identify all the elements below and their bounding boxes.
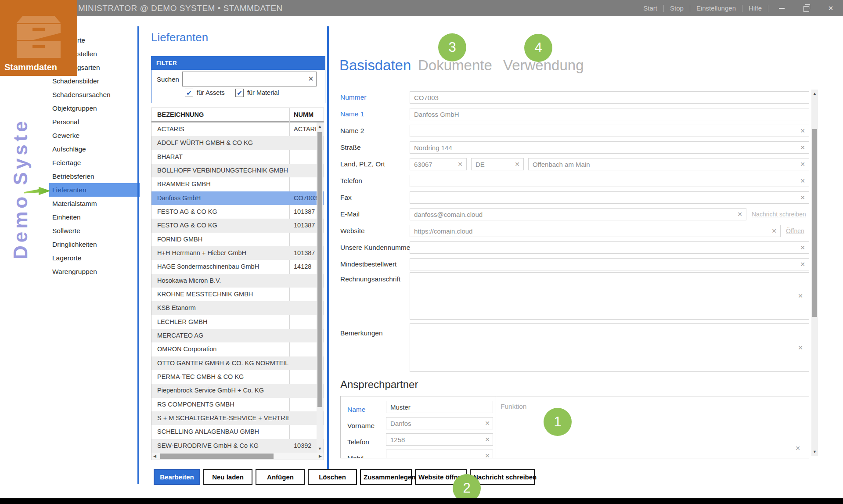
funktion-clear-icon[interactable]: ✕ [793, 442, 803, 454]
table-row[interactable]: KROHNE MESSTECHNIK GMBH [151, 288, 324, 301]
scroll-down-icon[interactable]: ▼ [811, 449, 818, 455]
stammdaten-overlay-tile[interactable]: Stammdaten [0, 0, 77, 76]
detail-vscroll-thumb[interactable] [812, 129, 817, 317]
table-row[interactable]: FESTO AG & CO KG101387 [151, 205, 324, 219]
table-row[interactable]: S + M SCHALTGERÄTE-SERVICE + VERTRIEBS [151, 411, 324, 425]
contact-input-telefon[interactable] [386, 433, 493, 446]
table-vscroll-thumb[interactable] [317, 132, 322, 407]
material-checkbox[interactable]: ✔ [235, 89, 244, 97]
minimize-button[interactable] [769, 0, 794, 16]
sidebar-item[interactable]: Betriebsferien [49, 169, 140, 183]
tab-basisdaten[interactable]: Basisdaten [339, 57, 411, 74]
menu-item-start[interactable]: Start [637, 4, 663, 12]
scroll-right-icon[interactable]: ▶ [317, 453, 324, 459]
contact-input-name[interactable] [386, 401, 493, 413]
search-clear-icon[interactable]: ✕ [306, 72, 316, 86]
rechnungsanschrift-field[interactable] [410, 272, 809, 320]
sidebar-item[interactable]: Schadensbilder [49, 74, 140, 88]
table-row[interactable]: OMRON Corporation [151, 342, 324, 356]
bemerkungen-clear-icon[interactable]: ✕ [796, 342, 805, 354]
contact-clear-icon-telefon[interactable]: ✕ [483, 433, 492, 446]
button-zusammenlegen[interactable]: Zusammenlegen [360, 469, 412, 485]
table-horizontal-scrollbar[interactable]: ◀ ▶ [151, 453, 324, 460]
field-clear-icon-land-plz-ort[interactable]: ✕ [455, 158, 465, 170]
table-vertical-scrollbar[interactable]: ▲ ▼ [317, 122, 323, 453]
field-clear-icon-email[interactable]: ✕ [735, 208, 745, 220]
field-input-mindestbestellwert[interactable] [410, 258, 809, 270]
field-clear-icon-land-plz-ort[interactable]: ✕ [512, 158, 522, 170]
contact-clear-icon-mobil[interactable]: ✕ [483, 450, 492, 458]
sidebar-item[interactable]: Warengruppen [49, 265, 140, 278]
field-clear-icon-strasse[interactable]: ✕ [798, 141, 807, 154]
field-input-nummer[interactable] [410, 91, 809, 104]
restore-button[interactable] [794, 0, 818, 16]
contact-clear-icon-vorname[interactable]: ✕ [483, 417, 492, 429]
button-anfuegen[interactable]: Anfügen [256, 469, 305, 485]
field-input-website[interactable] [410, 225, 781, 237]
table-row[interactable]: SCHELLING ANLAGENBAU GMBH [151, 425, 324, 439]
detail-vertical-scrollbar[interactable]: ▲ ▼ [811, 90, 818, 456]
sidebar-item[interactable]: Feiertage [49, 156, 140, 169]
field-clear-icon-fax[interactable]: ✕ [798, 191, 807, 204]
sidebar-item[interactable]: Schadensursachen [49, 88, 140, 101]
table-row[interactable]: BHARAT [151, 150, 324, 164]
table-row[interactable]: FESTO AG & CO KG101387 [151, 219, 324, 232]
field-input-name-1[interactable] [410, 108, 809, 120]
table-row[interactable]: Danfoss GmbHCO7003 [151, 191, 324, 205]
table-row[interactable]: RS COMPONENTS GMBH [151, 398, 324, 411]
column-header-numm[interactable]: NUMM [294, 108, 313, 121]
sidebar-item-lieferanten[interactable]: Lieferanten [49, 183, 140, 197]
table-row[interactable]: HAGE Sondermaschinenbau GmbH14128 [151, 260, 324, 274]
table-row[interactable]: ADOLF WÜRTH GMBH & CO KG [151, 136, 324, 150]
field-input-fax[interactable] [410, 191, 809, 204]
table-row[interactable]: MERCATEO AG [151, 329, 324, 342]
search-input[interactable] [182, 72, 317, 86]
contact-input-vorname[interactable] [386, 417, 493, 429]
menu-item-stop[interactable]: Stop [664, 4, 690, 12]
field-clear-icon-land-plz-ort[interactable]: ✕ [798, 158, 807, 170]
table-row[interactable]: Piepenbrock Service GmbH + Co. KG [151, 384, 324, 397]
table-row[interactable]: KSB Etanorm [151, 301, 324, 315]
table-row[interactable]: H+H Herrmann + Hieber GmbH101387 [151, 246, 324, 260]
field-clear-icon-telefon[interactable]: ✕ [798, 175, 807, 187]
table-row[interactable]: ACTARISACTARIS [151, 122, 324, 136]
column-header-bezeichnung[interactable]: BEZEICHNUNG [157, 108, 204, 121]
table-row[interactable]: BRAMMER GMBH [151, 177, 324, 191]
sidebar-item[interactable]: Materialstamm [49, 197, 140, 210]
table-hscroll-thumb[interactable] [160, 454, 274, 459]
sidebar-item[interactable]: Dringlichkeiten [49, 238, 140, 251]
sidebar-item[interactable]: Gewerke [49, 129, 140, 142]
close-button[interactable]: ✕ [818, 0, 843, 16]
field-link-email[interactable]: Nachricht schreiben [752, 208, 806, 220]
table-row[interactable]: BÖLLHOFF VERBINDUNGSTECHNIK GMBH [151, 164, 324, 177]
sidebar-item[interactable]: Personal [49, 115, 140, 129]
scroll-left-icon[interactable]: ◀ [151, 453, 158, 459]
field-clear-icon-name-2[interactable]: ✕ [798, 125, 807, 137]
table-row[interactable]: OTTO GANTER GMBH & CO. KG NORMTEILE [151, 356, 324, 370]
field-input-kundennummer[interactable] [410, 241, 809, 254]
bemerkungen-field[interactable] [410, 323, 809, 372]
contact-input-mobil[interactable] [386, 450, 493, 458]
sidebar-item[interactable]: Objektgruppen [49, 101, 140, 115]
field-link-website[interactable]: Öffnen [786, 225, 804, 237]
table-row[interactable]: SEW-EURODRIVE GmbH & Co KG10392 [151, 439, 324, 453]
table-row[interactable]: FORNID GMBH [151, 233, 324, 246]
menu-item-hilfe[interactable]: Hilfe [742, 4, 768, 12]
assets-checkbox[interactable]: ✔ [185, 89, 193, 97]
button-neu-laden[interactable]: Neu laden [203, 469, 252, 485]
field-input-strasse[interactable] [410, 141, 809, 154]
field-input-telefon[interactable] [410, 175, 809, 187]
rechnungsanschrift-clear-icon[interactable]: ✕ [796, 290, 805, 302]
sidebar-item[interactable]: Sollwerte [49, 224, 140, 238]
field-input-email[interactable] [410, 208, 746, 220]
field-clear-icon-mindestbestellwert[interactable]: ✕ [798, 258, 807, 270]
sidebar-item[interactable]: Einheiten [49, 210, 140, 224]
table-row[interactable]: LECHLER GMBH [151, 315, 324, 329]
button-loeschen[interactable]: Löschen [308, 469, 357, 485]
funktion-field[interactable] [496, 396, 808, 458]
field-clear-icon-website[interactable]: ✕ [769, 225, 779, 237]
scroll-up-icon[interactable]: ▲ [811, 90, 818, 97]
field-clear-icon-kundennummer[interactable]: ✕ [798, 241, 807, 254]
table-row[interactable]: Hosokawa Micron B.V. [151, 274, 324, 288]
field-input-name-2[interactable] [410, 125, 809, 137]
